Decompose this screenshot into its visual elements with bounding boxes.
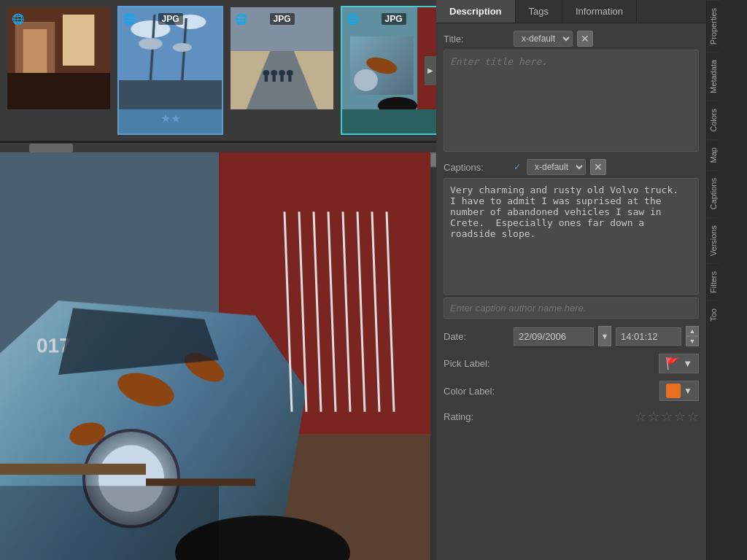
- captions-header: Captions: ✓ x-default ✕: [444, 159, 699, 175]
- captions-clear-button[interactable]: ✕: [590, 159, 606, 175]
- time-spin-down[interactable]: ▼: [686, 336, 699, 346]
- title-section: Title: x-default ✕: [444, 31, 699, 152]
- captions-textarea[interactable]: Very charming and rusty old Volvo truck.…: [444, 178, 699, 295]
- title-locale-select[interactable]: x-default: [514, 31, 573, 47]
- date-row: Date: ▼ ▲ ▼: [444, 326, 699, 346]
- title-clear-button[interactable]: ✕: [577, 31, 593, 47]
- thumb-label-2: JPG: [158, 13, 182, 25]
- title-header: Title: x-default ✕: [444, 31, 699, 47]
- thumbnail-3[interactable]: 🌐 JPG: [229, 6, 335, 135]
- captions-label: Captions:: [444, 162, 509, 173]
- tab-description[interactable]: Description: [436, 0, 516, 23]
- time-spinners: ▲ ▼: [686, 326, 699, 346]
- main-area: 🌐 🌐 JPG ★★ 🌐 JPG 🌐 JPG ▶: [0, 0, 436, 560]
- rating-row: Rating: ☆ ☆ ☆ ☆ ☆: [444, 408, 699, 424]
- date-label: Date:: [444, 331, 509, 342]
- flag-icon: 🚩: [665, 357, 680, 370]
- color-dot: [666, 384, 681, 398]
- date-dropdown-button[interactable]: ▼: [598, 326, 611, 346]
- date-input[interactable]: [514, 327, 594, 346]
- thumb-scrollbar[interactable]: [0, 142, 436, 152]
- vtab-captions[interactable]: Captions: [707, 170, 719, 217]
- panel-content: Title: x-default ✕ Captions: ✓ x-default…: [436, 23, 706, 560]
- title-label: Title:: [444, 34, 509, 44]
- captions-locale-select[interactable]: x-default: [527, 159, 586, 175]
- star-1[interactable]: ☆: [635, 408, 646, 424]
- pick-label-row: Pick Label: 🚩 ▼: [444, 354, 699, 373]
- thumb-scroll-right[interactable]: ▶: [425, 56, 436, 85]
- captions-section: Captions: ✓ x-default ✕ Very charming an…: [444, 159, 699, 319]
- vtab-colors[interactable]: Colors: [707, 101, 719, 139]
- pick-label-label: Pick Label:: [444, 358, 509, 369]
- pick-flag-arrow: ▼: [683, 358, 692, 369]
- globe-icon-1: 🌐: [12, 13, 23, 25]
- star-5[interactable]: ☆: [687, 408, 699, 424]
- thumb-label-4: JPG: [381, 13, 406, 25]
- tab-information[interactable]: Information: [562, 0, 637, 23]
- color-label-row: Color Label: ▼: [444, 381, 699, 401]
- rating-stars: ☆ ☆ ☆ ☆ ☆: [635, 408, 699, 424]
- color-label-button[interactable]: ▼: [659, 381, 699, 401]
- vertical-sidebar: Properties Metadata Colors Map Captions …: [706, 0, 719, 560]
- checkmark-icon: ✓: [514, 162, 521, 172]
- thumbnail-strip: 🌐 🌐 JPG ★★ 🌐 JPG 🌐 JPG ▶: [0, 0, 436, 142]
- time-input[interactable]: [616, 327, 681, 346]
- pick-flag-button[interactable]: 🚩 ▼: [659, 354, 699, 373]
- star-4[interactable]: ☆: [674, 408, 686, 424]
- tab-tags[interactable]: Tags: [516, 0, 562, 23]
- star-2[interactable]: ☆: [648, 408, 659, 424]
- thumb-label-3: JPG: [269, 13, 294, 25]
- thumbnail-2[interactable]: 🌐 JPG ★★: [117, 6, 223, 135]
- thumbnail-1[interactable]: 🌐: [6, 6, 112, 135]
- thumbnail-4[interactable]: 🌐 JPG: [341, 6, 436, 135]
- main-image-area: [0, 152, 436, 560]
- globe-icon-3: 🌐: [235, 13, 247, 25]
- vtab-filters[interactable]: Filters: [707, 263, 719, 300]
- globe-icon-4: 🌐: [347, 13, 358, 25]
- vtab-properties[interactable]: Properties: [707, 0, 719, 52]
- title-textarea[interactable]: [444, 50, 699, 152]
- vtab-too[interactable]: Too: [707, 300, 719, 329]
- right-panel: Description Tags Information Title: x-de…: [436, 0, 719, 560]
- author-input[interactable]: [444, 298, 699, 319]
- time-spin-up[interactable]: ▲: [686, 326, 699, 336]
- metadata-panel: Description Tags Information Title: x-de…: [436, 0, 706, 560]
- rating-label: Rating:: [444, 411, 509, 422]
- vtab-map[interactable]: Map: [707, 139, 719, 170]
- thumb-scrollbar-thumb: [29, 144, 73, 152]
- star-3[interactable]: ☆: [661, 408, 673, 424]
- tab-bar: Description Tags Information: [436, 0, 706, 23]
- vtab-metadata[interactable]: Metadata: [707, 52, 719, 101]
- color-arrow: ▼: [684, 386, 692, 396]
- thumb-stars-2: ★★: [119, 112, 222, 125]
- vtab-versions[interactable]: Versions: [707, 217, 719, 263]
- globe-icon-2: 🌐: [123, 13, 135, 25]
- color-label-label: Color Label:: [444, 386, 509, 397]
